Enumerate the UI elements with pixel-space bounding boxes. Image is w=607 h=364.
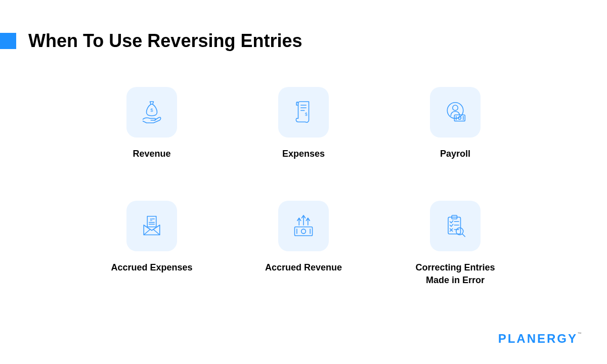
card-expenses: $ Expenses: [243, 87, 364, 160]
envelope-document-icon: $: [126, 201, 177, 251]
card-accrued-expenses: $ Accrued Expenses: [91, 201, 212, 287]
svg-rect-18: [295, 227, 313, 236]
svg-point-6: [453, 105, 458, 111]
svg-text:$: $: [150, 107, 153, 113]
card-label: Correcting Entries Made in Error: [405, 261, 506, 287]
money-bag-hand-icon: $: [126, 87, 177, 138]
svg-text:$: $: [305, 112, 308, 117]
clipboard-check-icon: [430, 201, 481, 251]
card-label: Expenses: [282, 148, 325, 160]
svg-line-30: [462, 234, 465, 237]
card-label: Payroll: [440, 148, 470, 160]
header-accent-bar: [0, 33, 16, 49]
card-payroll: Payroll: [395, 87, 516, 160]
svg-point-19: [301, 229, 306, 234]
card-label: Accrued Revenue: [265, 261, 342, 274]
card-accrued-revenue: Accrued Revenue: [243, 201, 364, 287]
brand-logo: PLANERGY™: [498, 332, 582, 346]
card-label: Revenue: [133, 148, 170, 160]
svg-text:$: $: [150, 218, 153, 222]
cash-arrows-icon: [278, 201, 329, 251]
card-label: Accrued Expenses: [111, 261, 192, 274]
card-correcting-entries: Correcting Entries Made in Error: [395, 201, 516, 287]
card-revenue: $ Revenue: [91, 87, 212, 160]
cards-grid: $ Revenue $ Expenses: [0, 52, 607, 287]
person-cash-icon: [430, 87, 481, 138]
header: When To Use Reversing Entries: [0, 0, 607, 52]
receipt-icon: $: [278, 87, 329, 138]
page-title: When To Use Reversing Entries: [28, 30, 302, 52]
